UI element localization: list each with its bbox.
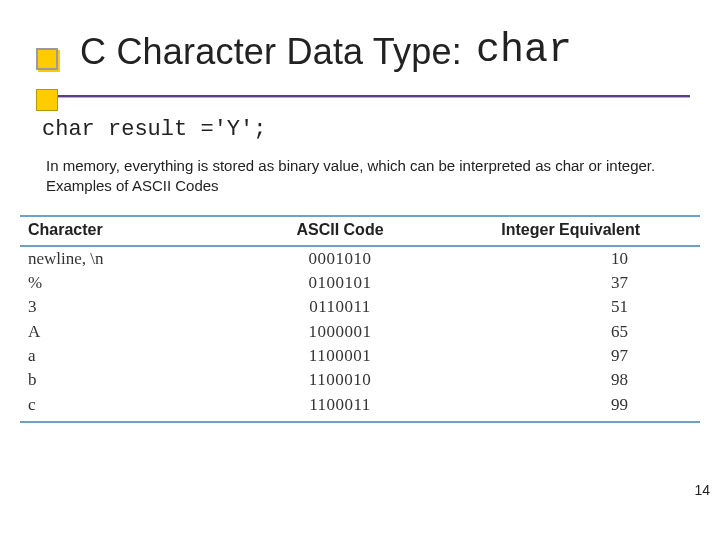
cell-ascii: 1000001: [220, 320, 460, 344]
ascii-table-wrap: Character ASCII Code Integer Equivalent …: [0, 215, 720, 424]
title-row: C Character Data Type: char: [0, 28, 720, 73]
table-row: 3 0110011 51: [20, 295, 700, 319]
cell-integer: 37: [460, 271, 700, 295]
cell-character: 3: [20, 295, 220, 319]
cell-character: a: [20, 344, 220, 368]
cell-character: newline, \n: [20, 246, 220, 271]
cell-character: c: [20, 393, 220, 422]
th-ascii: ASCII Code: [220, 216, 460, 246]
cell-integer: 97: [460, 344, 700, 368]
table-row: newline, \n 0001010 10: [20, 246, 700, 271]
cell-integer: 99: [460, 393, 700, 422]
cell-ascii: 1100010: [220, 368, 460, 392]
th-character: Character: [20, 216, 220, 246]
table-row: % 0100101 37: [20, 271, 700, 295]
table-row: b 1100010 98: [20, 368, 700, 392]
page-number: 14: [694, 482, 710, 498]
table-header-row: Character ASCII Code Integer Equivalent: [20, 216, 700, 246]
cell-integer: 10: [460, 246, 700, 271]
cell-ascii: 0100101: [220, 271, 460, 295]
table-row: a 1100001 97: [20, 344, 700, 368]
slide: C Character Data Type: char char result …: [0, 0, 720, 540]
cell-ascii: 0001010: [220, 246, 460, 271]
ascii-table: Character ASCII Code Integer Equivalent …: [20, 215, 700, 424]
cell-character: %: [20, 271, 220, 295]
table-row: c 1100011 99: [20, 393, 700, 422]
table-row: A 1000001 65: [20, 320, 700, 344]
cell-character: A: [20, 320, 220, 344]
title-rule-wrap: [0, 95, 720, 97]
slide-title-code: char: [476, 28, 572, 73]
cell-ascii: 0110011: [220, 295, 460, 319]
cell-character: b: [20, 368, 220, 392]
cell-ascii: 1100001: [220, 344, 460, 368]
bullet-square-outline-icon: [36, 48, 58, 70]
title-underline: [44, 95, 690, 97]
slide-title: C Character Data Type:: [80, 31, 462, 73]
cell-integer: 65: [460, 320, 700, 344]
code-example: char result ='Y';: [42, 117, 720, 142]
description-text: In memory, everything is stored as binar…: [46, 156, 674, 197]
cell-integer: 51: [460, 295, 700, 319]
cell-ascii: 1100011: [220, 393, 460, 422]
th-integer: Integer Equivalent: [460, 216, 700, 246]
accent-square-icon: [36, 89, 58, 111]
cell-integer: 98: [460, 368, 700, 392]
